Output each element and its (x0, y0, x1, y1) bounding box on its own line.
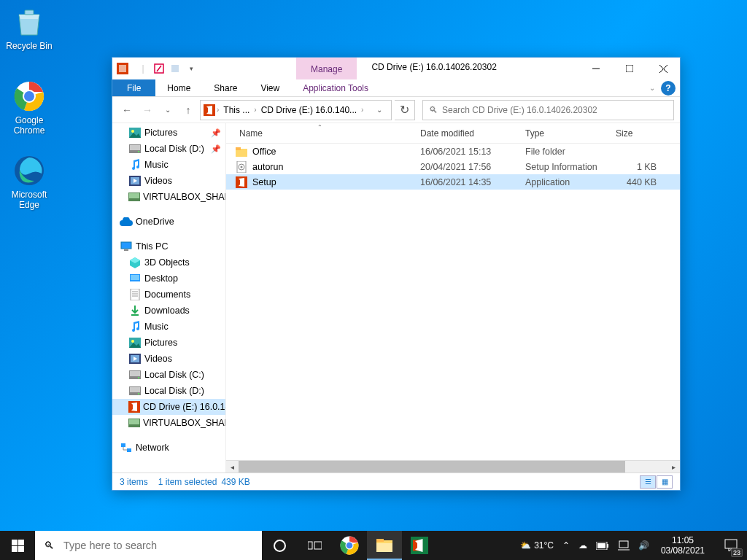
tab-application-tools[interactable]: Application Tools (291, 79, 380, 96)
nav-item[interactable]: Desktop (112, 271, 225, 287)
scroll-right-icon[interactable]: ▸ (667, 461, 680, 472)
nav-item[interactable]: CD Drive (E:) 16.0.14026.20302 (112, 399, 225, 415)
tray-network-icon[interactable] (616, 540, 631, 551)
titlebar: | ▾ Manage CD Drive (E:) 16.0.14026.2030… (112, 58, 680, 79)
address-bar[interactable]: › This ... › CD Drive (E:) 16.0.140... ›… (200, 100, 392, 120)
help-button[interactable]: ? (661, 81, 676, 96)
tab-home[interactable]: Home (155, 79, 202, 96)
desktop-icon-label: Google Chrome (1, 115, 57, 136)
nav-onedrive[interactable]: OneDrive (112, 214, 225, 230)
nav-item[interactable]: Videos (112, 173, 225, 189)
nav-back-button[interactable]: ← (118, 101, 136, 119)
file-name: Office (252, 147, 276, 157)
taskbar-search[interactable]: 🔍︎ (35, 531, 262, 560)
scroll-left-icon[interactable]: ◂ (226, 461, 239, 472)
svg-rect-44 (129, 419, 139, 424)
svg-rect-70 (619, 541, 628, 548)
edge-icon (12, 153, 47, 188)
cortana-icon (274, 540, 286, 552)
navigation-pane[interactable]: Pictures📌Local Disk (D:)📌MusicVideosVIRT… (112, 123, 226, 472)
minimize-button[interactable] (579, 58, 613, 79)
nav-item[interactable]: Videos (112, 351, 225, 367)
file-type: File folder (519, 147, 610, 157)
refresh-button[interactable]: ↻ (395, 100, 415, 120)
nav-item[interactable]: 3D Objects (112, 254, 225, 271)
nav-item[interactable]: Local Disk (C:) (112, 367, 225, 383)
taskbar-search-input[interactable] (63, 540, 253, 551)
nav-item[interactable]: Local Disk (D:)📌 (112, 141, 225, 157)
ribbon-expand-button[interactable]: ⌄ (643, 79, 661, 96)
tray-onedrive-icon[interactable]: ☁ (577, 540, 589, 551)
office-icon (204, 104, 215, 116)
column-date[interactable]: Date modified (414, 125, 519, 141)
pin-icon: 📌 (211, 128, 221, 138)
qat-properties-icon[interactable] (152, 61, 166, 76)
status-size: 439 KB (221, 477, 249, 487)
start-button[interactable] (0, 531, 35, 560)
file-row[interactable]: autorun 20/04/2021 17:56 Setup Informati… (226, 159, 680, 174)
nav-up-button[interactable]: ↑ (179, 101, 197, 119)
nav-thispc[interactable]: This PC (112, 238, 225, 254)
nav-item[interactable]: VIRTUALBOX_SHARED (112, 415, 225, 431)
file-row[interactable]: Setup 16/06/2021 14:35 Application 440 K… (226, 174, 680, 190)
cortana-button[interactable] (262, 531, 297, 560)
status-bar: 3 items 1 item selected 439 KB ☰ ▦ (112, 472, 680, 490)
nav-item[interactable]: Pictures (112, 335, 225, 351)
file-type: Application (519, 177, 610, 187)
action-center-button[interactable]: 23 (715, 531, 747, 560)
weather-widget[interactable]: ⛅31°C (519, 540, 555, 551)
tab-file[interactable]: File (112, 79, 155, 96)
file-row[interactable]: Office 16/06/2021 15:13 File folder (226, 144, 680, 159)
search-box[interactable]: 🔍︎ (422, 100, 674, 120)
tray-overflow-button[interactable]: ⌃ (561, 540, 571, 551)
taskbar-office[interactable] (402, 531, 437, 560)
view-large-button[interactable]: ▦ (657, 475, 673, 489)
close-button[interactable] (646, 58, 680, 79)
tray-battery-icon[interactable] (595, 542, 611, 550)
pictures-icon (128, 127, 142, 139)
tab-share[interactable]: Share (202, 79, 249, 96)
scrollbar-thumb[interactable] (239, 461, 625, 472)
taskbar: 🔍︎ ⛅31°C ⌃ ☁ 🔊 11:05 03/08/2021 23 (0, 531, 747, 560)
taskbar-chrome[interactable] (332, 531, 367, 560)
column-type[interactable]: Type (519, 125, 610, 141)
search-input[interactable] (442, 105, 667, 115)
taskbar-explorer[interactable] (367, 531, 402, 560)
nav-recent-dropdown[interactable]: ⌄ (159, 101, 177, 119)
nav-item[interactable]: Downloads (112, 303, 225, 319)
nav-item[interactable]: Local Disk (D:) (112, 383, 225, 399)
taskbar-clock[interactable]: 11:05 03/08/2021 (657, 535, 709, 556)
task-view-button[interactable] (297, 531, 332, 560)
nav-item[interactable]: Music (112, 319, 225, 335)
column-size[interactable]: Size (610, 125, 662, 141)
qat-dropdown-icon[interactable]: ▾ (184, 61, 198, 76)
context-tab-manage[interactable]: Manage (296, 58, 357, 79)
svg-rect-40 (130, 387, 140, 392)
column-name[interactable]: Name⌃ (226, 125, 414, 141)
svg-point-61 (347, 542, 353, 549)
qat-new-icon[interactable] (168, 61, 182, 76)
app-icon[interactable] (115, 61, 130, 76)
horizontal-scrollbar[interactable]: ◂ ▸ (226, 460, 680, 472)
desktop-icon (128, 273, 142, 284)
svg-rect-9 (171, 65, 179, 72)
desktop-icon-edge[interactable]: Microsoft Edge (1, 153, 57, 210)
nav-network[interactable]: Network (112, 440, 225, 456)
breadcrumb-current[interactable]: CD Drive (E:) 16.0.140... (258, 105, 360, 115)
maximize-button[interactable] (613, 58, 646, 79)
desktop-icon-recycle-bin[interactable]: Recycle Bin (1, 4, 57, 51)
hdd-icon (128, 143, 142, 155)
nav-item[interactable]: VIRTUALBOX_SHARED (112, 189, 225, 205)
tray-volume-icon[interactable]: 🔊 (637, 540, 651, 551)
view-details-button[interactable]: ☰ (640, 475, 656, 489)
address-dropdown-icon[interactable]: ⌄ (371, 101, 388, 119)
tab-view[interactable]: View (249, 79, 291, 96)
nav-item[interactable]: Pictures📌 (112, 125, 225, 141)
desktop-icon-chrome[interactable]: Google Chrome (1, 79, 57, 136)
svg-rect-57 (308, 542, 312, 549)
nav-forward-button[interactable]: → (139, 101, 156, 119)
nav-item[interactable]: Music (112, 157, 225, 173)
file-list[interactable]: Office 16/06/2021 15:13 File folder auto… (226, 144, 680, 460)
breadcrumb-root[interactable]: This ... (220, 105, 252, 115)
nav-item[interactable]: Documents (112, 287, 225, 303)
